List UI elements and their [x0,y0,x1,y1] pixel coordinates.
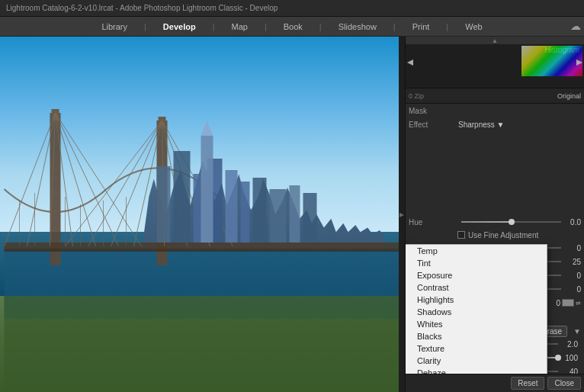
mask-row: Mask [406,104,584,117]
svg-line-8 [5,113,56,246]
hue-value: 0.0 [564,218,581,227]
svg-rect-34 [241,182,250,243]
histogram-gradient [521,46,582,76]
brush-dropdown-arrow[interactable]: ▼ [573,327,581,336]
menu-web[interactable]: Web [462,21,485,33]
hue-row: Hue 0.0 [406,215,584,229]
hue-label: Hue [409,218,458,227]
hue-slider-fill [461,221,512,223]
menu-slideshow[interactable]: Slideshow [335,21,380,33]
svg-rect-38 [303,193,317,243]
brush-flow-value: 40 [561,368,578,374]
svg-rect-36 [270,189,287,243]
info-strip: 0 Zip Original [406,88,584,104]
svg-rect-35 [253,178,267,243]
hue-slider[interactable] [461,221,561,223]
menu-library[interactable]: Library [98,21,130,33]
histogram-left-arrow[interactable] [407,59,413,66]
svg-rect-30 [174,151,191,243]
noise-value: 0 [564,272,581,280]
svg-rect-39 [201,136,213,243]
dropdown-item-clarity[interactable]: Clarity [406,355,547,367]
menu-develop[interactable]: Develop [160,21,199,33]
effect-dropdown[interactable]: Temp Tint Exposure Contrast Highlights S… [406,244,547,374]
dropdown-item-texture[interactable]: Texture [406,342,547,355]
image-panel [0,37,405,392]
right-panel-collapse[interactable]: ▶ [399,37,405,392]
effect-label: Effect [409,120,458,129]
brush-size-value: 2.0 [561,340,578,349]
svg-line-12 [56,113,96,246]
brush-feather-thumb[interactable] [555,355,561,361]
menu-print[interactable]: Print [409,21,433,33]
svg-rect-7 [5,249,401,252]
title-text: Lightroom Catalog-6-2-v10.lrcat - Adobe … [6,4,278,12]
dropdown-item-whites[interactable]: Whites [406,318,547,330]
svg-marker-40 [201,120,213,136]
original-label: Original [557,92,581,100]
bottom-bar: Reset Close [406,374,584,392]
cloud-icon[interactable]: ☁ [570,20,581,32]
effect-row[interactable]: Effect Sharpness ▼ Temp Tint Exposure Co… [406,117,584,131]
mask-label: Mask [409,107,458,115]
color-swatch[interactable] [562,299,574,307]
svg-line-13 [56,113,119,246]
title-bar: Lightroom Catalog-6-2-v10.lrcat - Adobe … [0,0,584,17]
fine-adjustment-label: Use Fine Adjustment [468,231,538,239]
svg-line-16 [88,120,162,246]
saturation-value: 0 [564,244,581,252]
svg-line-14 [56,113,142,246]
svg-line-17 [111,120,162,246]
menu-bar: Library | Develop | Map | Book | Slidesh… [0,17,584,37]
svg-rect-37 [290,185,300,243]
menu-book[interactable]: Book [281,21,306,33]
hue-slider-thumb[interactable] [509,219,515,225]
svg-rect-29 [157,166,171,243]
reset-button[interactable]: Reset [511,377,544,390]
svg-rect-33 [226,170,238,243]
effect-value[interactable]: Sharpness ▼ [458,120,504,129]
dropdown-item-blacks[interactable]: Blacks [406,330,547,342]
sync-icon: ⇄ [576,300,581,307]
dropdown-item-shadows[interactable]: Shadows [406,306,547,318]
svg-rect-6 [5,243,401,249]
panel-content[interactable]: Mask Effect Sharpness ▼ Temp Tint Exposu… [406,104,584,374]
brush-feather-value: 100 [561,354,578,362]
right-panel: ▲ Histogram 0 Zip Original Mask Effect S… [405,37,584,392]
fine-adjustment-row: Use Fine Adjustment [406,229,584,241]
dropdown-spacer [406,131,584,215]
main-layout: ◀ [0,37,584,392]
svg-rect-1 [5,296,401,392]
dropdown-item-contrast[interactable]: Contrast [406,281,547,294]
bridge-image [0,37,405,392]
dropdown-item-exposure[interactable]: Exposure [406,269,547,281]
dropdown-item-highlights[interactable]: Highlights [406,294,547,306]
dropdown-item-dehaze[interactable]: Dehaze [406,367,547,374]
menu-map[interactable]: Map [229,21,251,33]
sharpness-value: 25 [564,258,581,266]
fine-adjustment-checkbox[interactable] [457,231,465,239]
zoom-level: 0 Zip [409,92,424,100]
dropdown-item-tint[interactable]: Tint [406,257,547,269]
moire-value: 0 [564,285,581,294]
dropdown-item-temp[interactable]: Temp [406,245,547,257]
histogram-area: Histogram [406,44,584,88]
close-button[interactable]: Close [547,377,581,390]
scroll-up-arrow[interactable]: ▲ [406,37,584,44]
